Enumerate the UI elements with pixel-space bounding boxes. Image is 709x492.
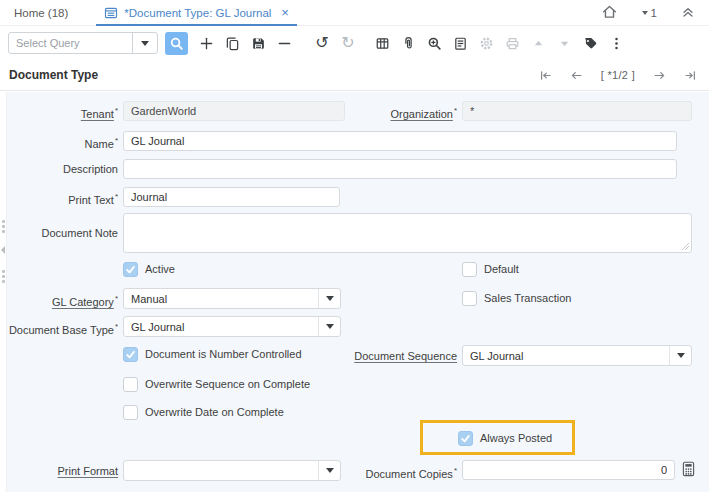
check-icon: [125, 264, 136, 275]
close-tab-icon[interactable]: ×: [281, 6, 289, 19]
record-indicator: [ *1/2 ]: [601, 69, 635, 81]
document-note-label: Document Note: [6, 223, 118, 243]
delete-record-button[interactable]: [273, 32, 296, 55]
gl-category-select[interactable]: Manual: [123, 288, 341, 309]
toggle-grid-button[interactable]: [371, 32, 394, 55]
always-posted-label: Always Posted: [480, 431, 552, 446]
document-sequence-label[interactable]: Document Sequence: [350, 346, 457, 366]
active-checkbox[interactable]: [123, 262, 138, 277]
more-actions-button[interactable]: [605, 32, 628, 55]
find-button[interactable]: [165, 32, 188, 55]
arrow-right-icon: [653, 69, 666, 82]
number-controlled-checkbox[interactable]: [123, 347, 138, 362]
calculator-icon: [682, 461, 695, 477]
report-button[interactable]: [449, 32, 472, 55]
document-note-field[interactable]: [123, 213, 692, 253]
window-count-dropdown[interactable]: 1: [642, 7, 657, 19]
always-posted-checkbox[interactable]: [458, 431, 473, 446]
print-button[interactable]: [501, 32, 524, 55]
chevron-down-icon: [677, 353, 685, 358]
document-copies-label: Document Copies*: [350, 461, 457, 484]
tab-bar: Home (18) *Document Type: GL Journal × 1: [0, 0, 709, 26]
previous-record-button[interactable]: [570, 69, 583, 82]
name-field[interactable]: [123, 131, 677, 151]
last-record-button[interactable]: [684, 69, 697, 82]
report-icon: [453, 36, 468, 51]
process-button[interactable]: [475, 32, 498, 55]
sales-transaction-checkbox[interactable]: [462, 291, 477, 306]
gl-category-label[interactable]: GL Category*: [6, 289, 118, 312]
chevron-down-icon: [642, 11, 648, 15]
select-query-input[interactable]: [9, 37, 132, 49]
name-label: Name*: [6, 131, 118, 154]
document-base-type-select[interactable]: GL Journal: [123, 316, 341, 337]
description-field[interactable]: [123, 159, 677, 179]
attachment-button[interactable]: [397, 32, 420, 55]
application-window: Home (18) *Document Type: GL Journal × 1: [0, 0, 709, 492]
print-format-select[interactable]: [123, 460, 341, 481]
copy-record-button[interactable]: [221, 32, 244, 55]
collapse-header-icon[interactable]: [681, 5, 695, 21]
document-base-type-dropdown-button[interactable]: [318, 317, 340, 336]
arrow-left-icon: [570, 69, 583, 82]
caret-up-icon: [533, 38, 544, 49]
requery-button[interactable]: ↻: [337, 32, 360, 55]
window-tab-icon: [104, 6, 118, 20]
page-title: Document Type: [9, 68, 98, 82]
organization-field[interactable]: [462, 101, 692, 121]
chevron-down-icon: [326, 296, 334, 301]
tab-home[interactable]: Home (18): [14, 7, 68, 19]
calculator-button[interactable]: [680, 459, 696, 478]
document-base-type-label: Document Base Type*: [6, 317, 118, 340]
form-panel: Tenant* Organization* Name* Description …: [0, 92, 709, 492]
ellipsis-vertical-icon: [609, 36, 624, 51]
zoom-plus-icon: [427, 36, 442, 51]
detail-record-button[interactable]: [553, 32, 576, 55]
save-button[interactable]: [247, 32, 270, 55]
print-text-field[interactable]: [123, 187, 340, 207]
organization-label[interactable]: Organization*: [350, 101, 457, 124]
check-icon: [460, 433, 471, 444]
header-actions: 1: [601, 3, 695, 22]
collapse-west-icon[interactable]: [1, 246, 5, 254]
default-checkbox[interactable]: [462, 262, 477, 277]
gl-category-dropdown-button[interactable]: [318, 289, 340, 308]
grid-icon: [375, 36, 390, 51]
search-icon: [169, 36, 184, 51]
document-sequence-dropdown-button[interactable]: [669, 346, 691, 365]
tenant-label[interactable]: Tenant*: [6, 101, 118, 124]
tab-document-type[interactable]: *Document Type: GL Journal ×: [96, 0, 297, 25]
printer-icon: [505, 36, 520, 51]
chevron-down-icon: [326, 468, 334, 473]
print-format-dropdown-button[interactable]: [318, 461, 340, 480]
tenant-field[interactable]: [123, 101, 345, 121]
next-record-button[interactable]: [653, 69, 666, 82]
overwrite-sequence-label: Overwrite Sequence on Complete: [145, 377, 310, 392]
overwrite-sequence-checkbox[interactable]: [123, 377, 138, 392]
overwrite-date-checkbox[interactable]: [123, 405, 138, 420]
print-format-label[interactable]: Print Format: [6, 461, 118, 481]
select-query-combo: [8, 32, 158, 54]
home-icon[interactable]: [601, 3, 618, 22]
minus-icon: [277, 36, 292, 51]
copy-icon: [225, 36, 240, 51]
splitter-grip[interactable]: [2, 270, 5, 283]
workspace-number: 1: [651, 7, 657, 19]
undo-icon: ↺: [315, 35, 328, 51]
label-button[interactable]: [579, 32, 602, 55]
plus-icon: [199, 36, 214, 51]
number-controlled-label: Document is Number Controlled: [145, 347, 302, 362]
undo-button[interactable]: ↺: [311, 32, 334, 55]
new-record-button[interactable]: [195, 32, 218, 55]
chevron-down-icon: [326, 324, 334, 329]
tab-active-label: *Document Type: GL Journal: [124, 7, 271, 19]
first-record-button[interactable]: [539, 69, 552, 82]
zoom-across-button[interactable]: [423, 32, 446, 55]
splitter-grip[interactable]: [2, 220, 5, 233]
default-label: Default: [484, 262, 519, 277]
document-sequence-select[interactable]: GL Journal: [462, 345, 692, 366]
parent-record-button[interactable]: [527, 32, 550, 55]
description-label: Description: [6, 159, 118, 179]
select-query-dropdown-button[interactable]: [132, 33, 157, 53]
document-copies-field[interactable]: [462, 460, 675, 480]
